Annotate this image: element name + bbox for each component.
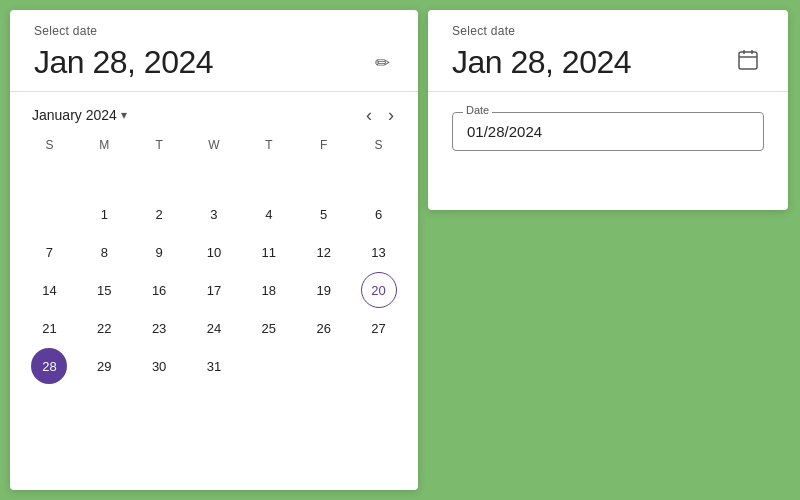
left-card-header: Select date Jan 28, 2024 ✏ [10,10,418,92]
day-cell[interactable]: 11 [251,234,287,270]
day-cell[interactable]: 15 [86,272,122,308]
date-input-wrapper: Date 01/28/2024 [452,112,764,151]
left-selected-date-text: Jan 28, 2024 [34,44,213,81]
day-header-fri: F [296,134,351,156]
calendar-body: January 2024 ▾ ‹ › S M T W T F S 1234567… [10,92,418,490]
day-cell[interactable]: 30 [141,348,177,384]
day-cell[interactable]: 13 [361,234,397,270]
right-card-header: Select date Jan 28, 2024 [428,10,788,92]
day-cell[interactable]: 9 [141,234,177,270]
left-selected-date-row: Jan 28, 2024 ✏ [34,44,394,81]
day-cell[interactable]: 31 [196,348,232,384]
day-cell[interactable]: 6 [361,196,397,232]
day-cell [306,348,342,384]
next-month-button[interactable]: › [380,102,402,128]
date-input-label: Date [463,104,492,116]
day-cell [251,158,287,194]
day-cell[interactable]: 23 [141,310,177,346]
day-cell[interactable]: 26 [306,310,342,346]
day-cell[interactable]: 16 [141,272,177,308]
dropdown-arrow-icon: ▾ [121,108,127,122]
right-selected-date-text: Jan 28, 2024 [452,44,631,81]
prev-month-button[interactable]: ‹ [358,102,380,128]
day-rows: 1234567891011121314151617181920212223242… [22,158,406,384]
day-cell[interactable]: 28 [31,348,67,384]
edit-icon[interactable]: ✏ [371,48,394,78]
day-cell [31,158,67,194]
day-cell[interactable]: 2 [141,196,177,232]
day-cell [141,158,177,194]
day-cell[interactable]: 25 [251,310,287,346]
day-header-wed: W [187,134,242,156]
day-cell[interactable]: 22 [86,310,122,346]
month-year-button[interactable]: January 2024 ▾ [26,103,133,127]
calendar-icon[interactable] [732,44,764,81]
day-cell[interactable]: 3 [196,196,232,232]
day-cell[interactable]: 20 [361,272,397,308]
right-selected-row: Jan 28, 2024 [452,44,764,81]
day-cell [196,158,232,194]
left-calendar-card: Select date Jan 28, 2024 ✏ January 2024 … [10,10,418,490]
day-cell[interactable]: 24 [196,310,232,346]
day-cell[interactable]: 29 [86,348,122,384]
day-header-sat: S [351,134,406,156]
day-cell[interactable]: 8 [86,234,122,270]
date-input-section: Date 01/28/2024 [428,92,788,175]
day-cell[interactable]: 7 [31,234,67,270]
day-cell [361,158,397,194]
day-header-mon: M [77,134,132,156]
right-date-panel: Select date Jan 28, 2024 Date 01/28/2024 [428,10,788,210]
day-header-tue: T [132,134,187,156]
svg-rect-0 [739,52,757,69]
day-cell [251,348,287,384]
date-input-value[interactable]: 01/28/2024 [467,123,749,140]
day-cell[interactable]: 4 [251,196,287,232]
day-cell [306,158,342,194]
day-cell [86,158,122,194]
day-cell[interactable]: 27 [361,310,397,346]
day-cell [361,348,397,384]
day-cell[interactable]: 1 [86,196,122,232]
day-cell[interactable]: 10 [196,234,232,270]
right-select-date-label: Select date [452,24,764,38]
day-header-thu: T [241,134,296,156]
day-headers-row: S M T W T F S [22,134,406,156]
left-select-date-label: Select date [34,24,394,38]
month-nav: January 2024 ▾ ‹ › [22,92,406,134]
day-header-sun: S [22,134,77,156]
day-cell [31,196,67,232]
day-cell[interactable]: 21 [31,310,67,346]
day-cell[interactable]: 17 [196,272,232,308]
day-cell[interactable]: 14 [31,272,67,308]
month-year-label: January 2024 [32,107,117,123]
day-cell[interactable]: 5 [306,196,342,232]
day-cell[interactable]: 18 [251,272,287,308]
day-grid: S M T W T F S 12345678910111213141516171… [22,134,406,384]
day-cell[interactable]: 19 [306,272,342,308]
day-cell[interactable]: 12 [306,234,342,270]
